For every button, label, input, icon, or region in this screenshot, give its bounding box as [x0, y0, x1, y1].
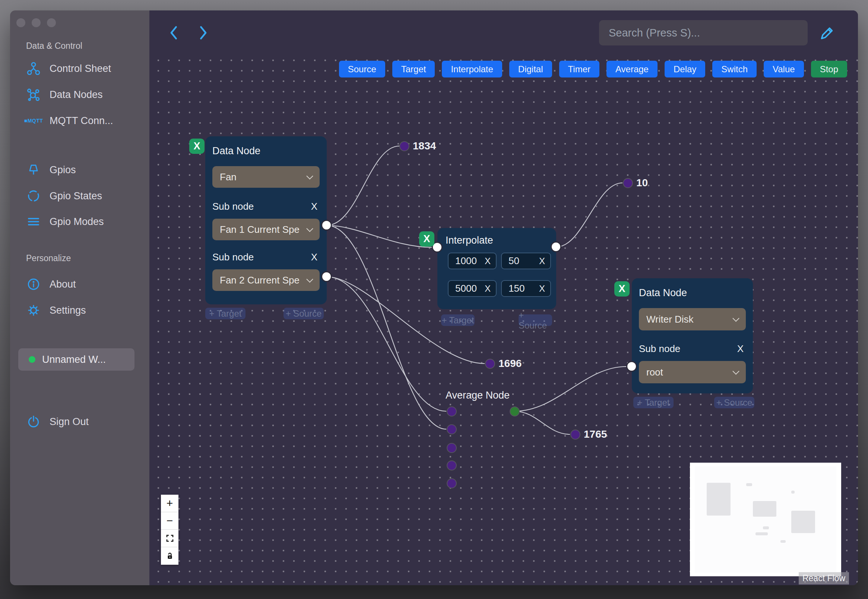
add-target-button[interactable]: + Target	[441, 315, 475, 326]
add-source-button[interactable]: + Source	[283, 308, 324, 319]
data-node-writer[interactable]: Data Node Writer Disk Sub node X root	[632, 278, 753, 393]
palette-delay-button[interactable]: Delay	[665, 61, 705, 77]
sub-node-select-value: root	[646, 367, 663, 378]
canvas-controls: + −	[161, 495, 179, 565]
edit-button[interactable]	[818, 25, 836, 42]
zoom-out-button[interactable]: −	[161, 512, 179, 530]
palette-digital-button[interactable]: Digital	[509, 61, 552, 77]
palette-source-button[interactable]: Source	[339, 61, 385, 77]
lock-icon	[165, 552, 175, 561]
device-select[interactable]: Writer Disk	[639, 308, 746, 330]
sidebar: Data & Control Control Sheet	[10, 11, 149, 585]
sub-node-select[interactable]: Fan 2 Current Spe	[212, 269, 320, 291]
remove-value-button[interactable]: X	[485, 283, 490, 294]
sub-node-select[interactable]: Fan 1 Current Spe	[212, 219, 320, 240]
workspace-status-dot	[29, 356, 35, 363]
sidebar-item-mqtt[interactable]: ■MQTT MQTT Conn...	[26, 113, 113, 128]
pin-icon	[26, 163, 41, 177]
sidebar-section-data-control: Data & Control	[26, 41, 82, 51]
search-input[interactable]	[599, 20, 808, 45]
palette-timer-button[interactable]: Timer	[559, 61, 599, 77]
delete-node-button[interactable]: X	[419, 231, 434, 247]
device-select-value: Writer Disk	[646, 314, 693, 325]
average-target-handle[interactable]	[447, 461, 457, 471]
target-handle[interactable]	[626, 361, 637, 372]
chevron-down-icon	[306, 225, 313, 232]
minimap[interactable]	[690, 463, 841, 576]
palette-average-button[interactable]: Average	[606, 61, 657, 77]
react-flow-attribution[interactable]: React Flow	[799, 572, 849, 584]
node-title: Interpolate	[445, 235, 556, 246]
pencil-icon	[818, 25, 836, 42]
zoom-window-icon[interactable]	[47, 18, 56, 27]
add-source-button[interactable]: + Source	[519, 315, 552, 326]
palette-switch-button[interactable]: Switch	[712, 61, 757, 77]
palette-value-button[interactable]: Value	[764, 61, 804, 77]
device-select-value: Fan	[220, 172, 236, 183]
remove-sub-node-button[interactable]: X	[311, 251, 317, 263]
sub-node-select[interactable]: root	[639, 361, 746, 383]
flow-canvas[interactable]: Source Target Interpolate Digital Timer …	[149, 11, 858, 585]
sidebar-item-settings[interactable]: Settings	[26, 303, 86, 318]
sidebar-item-about[interactable]: About	[26, 276, 76, 292]
back-button[interactable]	[166, 25, 182, 41]
minimap-node	[781, 540, 786, 543]
remove-sub-node-button[interactable]: X	[311, 201, 317, 212]
sidebar-item-gpios[interactable]: Gpios	[26, 162, 76, 178]
sidebar-item-sign-out[interactable]: Sign Out	[26, 414, 89, 429]
source-handle[interactable]	[321, 271, 332, 282]
remove-value-button[interactable]: X	[539, 256, 545, 266]
value-dot[interactable]	[399, 141, 409, 151]
forward-button[interactable]	[195, 25, 211, 41]
sidebar-item-gpio-states[interactable]: Gpio States	[26, 188, 102, 204]
edge-fan2-average	[327, 277, 446, 411]
average-source-handle[interactable]	[510, 406, 520, 417]
interpolate-value-field[interactable]: 1000 X	[448, 253, 496, 269]
source-handle[interactable]	[551, 241, 561, 252]
value-dot[interactable]	[485, 359, 495, 369]
close-window-icon[interactable]	[17, 18, 26, 27]
add-target-button[interactable]: + Target	[205, 308, 245, 319]
sidebar-item-workspace[interactable]: Unnamed W...	[18, 348, 134, 371]
remove-value-button[interactable]: X	[485, 256, 490, 266]
interpolate-value-field[interactable]: 150 X	[501, 280, 551, 297]
palette-target-button[interactable]: Target	[392, 61, 435, 77]
minimize-window-icon[interactable]	[32, 18, 41, 27]
average-target-handle[interactable]	[447, 443, 457, 453]
interpolate-value-field[interactable]: 50 X	[501, 253, 551, 269]
chevron-down-icon	[733, 315, 739, 322]
data-node-fan[interactable]: Data Node Fan Sub node X Fan 1 Current S…	[205, 136, 327, 304]
sub-node-label: Sub node	[212, 251, 254, 263]
lock-button[interactable]	[161, 547, 179, 565]
value-dot[interactable]	[570, 429, 581, 439]
delete-node-button[interactable]: X	[189, 138, 205, 154]
chevron-down-icon	[306, 275, 313, 282]
value-dot[interactable]	[623, 178, 633, 188]
interpolate-value-field[interactable]: 5000 X	[448, 280, 496, 297]
source-handle[interactable]	[321, 220, 332, 230]
sidebar-item-control-sheet[interactable]: Control Sheet	[26, 61, 111, 76]
edge-average-1765	[514, 411, 570, 434]
interpolate-node[interactable]: Interpolate 1000 X 50 X 5000 X 150 X	[437, 228, 556, 309]
chevron-left-icon	[168, 25, 180, 40]
delete-node-button[interactable]: X	[614, 281, 630, 296]
average-target-handle[interactable]	[447, 424, 457, 434]
remove-value-button[interactable]: X	[539, 283, 545, 294]
add-source-button[interactable]: + Source	[714, 397, 754, 408]
interpolate-value: 1000	[455, 255, 477, 267]
device-select[interactable]: Fan	[212, 166, 320, 188]
sidebar-item-data-nodes[interactable]: Data Nodes	[26, 87, 103, 102]
fit-view-button[interactable]	[161, 530, 179, 547]
workspace-label: Unnamed W...	[42, 354, 106, 366]
add-target-button[interactable]: + Target	[633, 397, 674, 408]
sidebar-item-gpio-modes[interactable]: Gpio Modes	[26, 214, 104, 229]
sidebar-item-label: MQTT Conn...	[50, 115, 113, 126]
palette-interpolate-button[interactable]: Interpolate	[442, 61, 502, 77]
window-traffic-lights[interactable]	[17, 18, 56, 27]
remove-sub-node-button[interactable]: X	[737, 343, 743, 355]
sidebar-section-personalize: Personalize	[26, 253, 71, 263]
palette-stop-button[interactable]: Stop	[811, 61, 847, 77]
average-target-handle[interactable]	[447, 406, 457, 417]
zoom-in-button[interactable]: +	[161, 495, 179, 512]
average-target-handle[interactable]	[447, 478, 457, 488]
